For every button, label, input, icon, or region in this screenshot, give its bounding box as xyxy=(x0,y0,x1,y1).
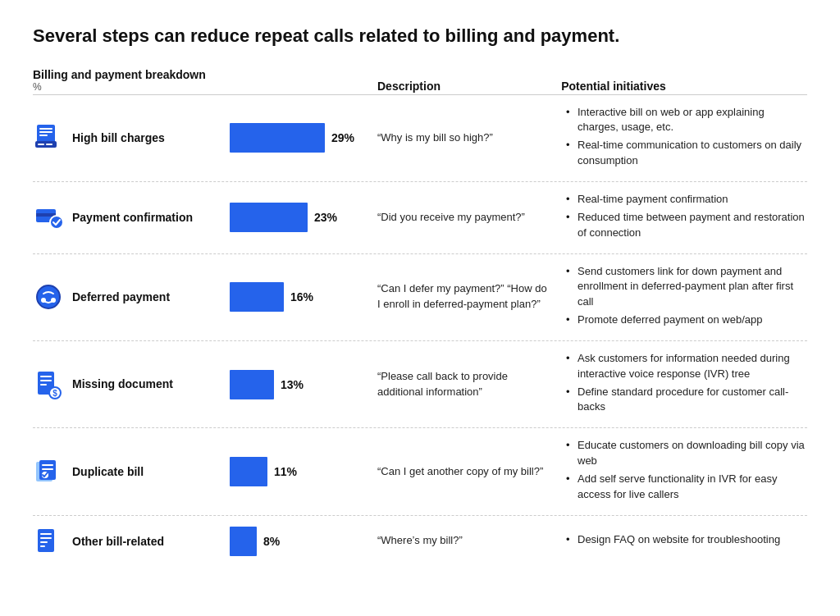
initiative-item: Reduced time between payment and restora… xyxy=(566,210,807,241)
initiative-item: Educate customers on downloading bill co… xyxy=(566,438,807,469)
initiatives-list-high-bill: Interactive bill on web or app explainin… xyxy=(566,105,807,171)
initiative-item: Add self serve functionality in IVR for … xyxy=(566,472,807,503)
row-label-payment-confirmation: Payment confirmation xyxy=(72,210,193,225)
row-left-deferred-payment: Deferred payment xyxy=(33,264,230,331)
bar-label-payment-confirmation: 23% xyxy=(314,211,337,224)
other-icon xyxy=(33,526,64,557)
row-bar-area-missing-document: 13% xyxy=(230,351,361,418)
row-desc-duplicate-bill: “Can I get another copy of my bill?” xyxy=(361,438,558,504)
row-initiatives-other-bill: Design FAQ on website for troubleshootin… xyxy=(558,526,807,557)
initiative-item: Ask customers for information needed dur… xyxy=(566,351,807,382)
row-initiatives-payment-confirmation: Real-time payment confirmationReduced ti… xyxy=(558,192,807,244)
row-desc-other-bill: “Where’s my bill?” xyxy=(361,526,558,557)
bar-payment-confirmation xyxy=(230,203,308,232)
col-description-header: Description xyxy=(361,80,553,93)
table-row: Other bill-related 8% “Where’s my bill?”… xyxy=(33,515,807,567)
row-label-deferred-payment: Deferred payment xyxy=(72,290,170,304)
row-left-high-bill: High bill charges xyxy=(33,105,230,171)
bar-label-high-bill: 29% xyxy=(331,131,354,144)
chart-header: Billing and payment breakdown % Descript… xyxy=(33,68,807,93)
row-label-missing-document: Missing document xyxy=(72,376,173,391)
bar-label-other-bill: 8% xyxy=(263,535,280,548)
payment-icon xyxy=(33,202,64,233)
page-title: Several steps can reduce repeat calls re… xyxy=(33,25,807,48)
table-row: Missing document 13% “Please call back t… xyxy=(33,340,807,427)
row-desc-missing-document: “Please call back to provide additional … xyxy=(361,351,558,418)
row-desc-high-bill: “Why is my bill so high?” xyxy=(361,105,558,171)
initiative-item: Promote deferred payment on web/app xyxy=(566,313,807,328)
row-left-other-bill: Other bill-related xyxy=(33,526,230,557)
row-left-payment-confirmation: Payment confirmation xyxy=(33,192,230,244)
bar-label-missing-document: 13% xyxy=(281,378,304,391)
row-bar-area-high-bill: 29% xyxy=(230,105,361,171)
table-row: Payment confirmation 23% “Did you receiv… xyxy=(33,181,807,253)
bar-missing-document xyxy=(230,370,274,399)
row-initiatives-duplicate-bill: Educate customers on downloading bill co… xyxy=(558,438,807,504)
bar-label-deferred-payment: 16% xyxy=(290,290,313,303)
initiative-item: Design FAQ on website for troubleshootin… xyxy=(566,532,780,548)
bill-icon xyxy=(33,122,64,153)
bar-other-bill xyxy=(230,527,257,556)
col-initiatives-header: Potential initiatives xyxy=(553,80,807,93)
initiatives-list-payment-confirmation: Real-time payment confirmationReduced ti… xyxy=(566,192,807,244)
chart-section: Billing and payment breakdown % Descript… xyxy=(33,68,807,567)
row-label-high-bill: High bill charges xyxy=(72,130,165,145)
initiative-item: Define standard procedure for customer c… xyxy=(566,385,807,416)
row-desc-deferred-payment: “Can I defer my payment?” “How do I enro… xyxy=(361,264,558,331)
section-title: Billing and payment breakdown xyxy=(33,68,230,81)
row-bar-area-duplicate-bill: 11% xyxy=(230,438,361,504)
table-row: High bill charges 29% “Why is my bill so… xyxy=(33,94,807,181)
initiative-item: Real-time payment confirmation xyxy=(566,192,807,208)
initiative-item: Real-time communication to customers on … xyxy=(566,138,807,169)
deferred-icon xyxy=(33,281,64,313)
bar-deferred-payment xyxy=(230,282,284,312)
initiative-item: Interactive bill on web or app explainin… xyxy=(566,105,807,136)
row-desc-payment-confirmation: “Did you receive my payment?” xyxy=(361,192,558,244)
row-label-duplicate-bill: Duplicate bill xyxy=(72,464,144,479)
row-bar-area-deferred-payment: 16% xyxy=(230,264,361,331)
initiatives-list-deferred-payment: Send customers link for down payment and… xyxy=(566,264,807,331)
row-initiatives-missing-document: Ask customers for information needed dur… xyxy=(558,351,807,418)
initiative-item: Send customers link for down payment and… xyxy=(566,264,807,311)
duplicate-icon xyxy=(33,456,64,487)
row-left-missing-document: Missing document xyxy=(33,351,230,418)
chart-header-left: Billing and payment breakdown % xyxy=(33,68,230,93)
row-label-other-bill: Other bill-related xyxy=(72,534,164,549)
section-subtitle: % xyxy=(33,81,230,93)
bar-label-duplicate-bill: 11% xyxy=(274,465,297,478)
row-bar-area-other-bill: 8% xyxy=(230,526,361,557)
table-row: Deferred payment 16% “Can I defer my pay… xyxy=(33,253,807,340)
row-bar-area-payment-confirmation: 23% xyxy=(230,192,361,244)
bar-duplicate-bill xyxy=(230,457,267,486)
initiatives-list-other-bill: Design FAQ on website for troubleshootin… xyxy=(566,532,780,550)
row-initiatives-high-bill: Interactive bill on web or app explainin… xyxy=(558,105,807,171)
initiatives-list-missing-document: Ask customers for information needed dur… xyxy=(566,351,807,418)
bar-high-bill xyxy=(230,123,325,153)
table-row: Duplicate bill 11% “Can I get another co… xyxy=(33,427,807,514)
row-left-duplicate-bill: Duplicate bill xyxy=(33,438,230,504)
initiatives-list-duplicate-bill: Educate customers on downloading bill co… xyxy=(566,438,807,504)
document-icon xyxy=(33,369,64,400)
row-initiatives-deferred-payment: Send customers link for down payment and… xyxy=(558,264,807,331)
chart-rows: High bill charges 29% “Why is my bill so… xyxy=(33,94,807,567)
